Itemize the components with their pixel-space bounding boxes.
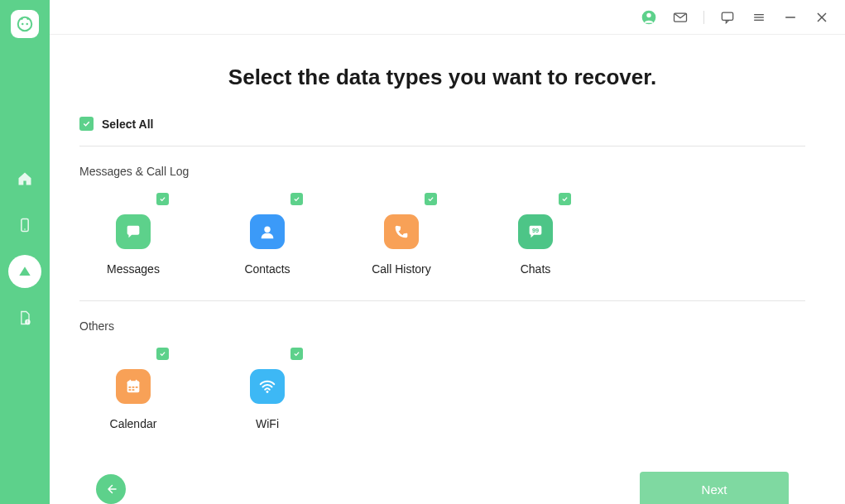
items-grid-messages: Messages Contacts Call History: [79, 193, 805, 301]
check-icon: [293, 350, 300, 358]
check-icon: [427, 195, 435, 203]
phone-device-icon: [17, 217, 33, 233]
data-type-call-history[interactable]: Call History: [356, 193, 447, 276]
calendar-icon: [116, 369, 151, 404]
drive-triangle-icon: [17, 263, 33, 280]
data-type-messages[interactable]: Messages: [88, 193, 179, 276]
svg-rect-23: [129, 386, 132, 388]
svg-rect-26: [129, 389, 132, 391]
minimize-button[interactable]: [782, 9, 799, 26]
file-alert-icon: !: [17, 310, 33, 326]
svg-point-10: [646, 12, 651, 17]
minimize-icon: [782, 9, 799, 26]
item-label: Chats: [521, 262, 551, 276]
wifi-icon: [250, 369, 285, 404]
svg-rect-27: [132, 389, 135, 391]
section-messages-calllog: Messages & Call Log Messages Contact: [79, 165, 805, 301]
item-label: Calendar: [110, 417, 157, 430]
top-bar-divider: [703, 11, 704, 24]
contacts-icon: [250, 214, 285, 249]
item-label: Messages: [107, 262, 160, 276]
select-all-checkbox[interactable]: [79, 117, 94, 131]
data-type-contacts[interactable]: Contacts: [222, 193, 313, 276]
messages-icon: [116, 214, 151, 249]
sidebar-nav-phone[interactable]: [8, 209, 41, 242]
next-button[interactable]: Next: [640, 472, 789, 504]
svg-point-4: [26, 23, 28, 26]
user-button[interactable]: [641, 9, 657, 26]
svg-rect-25: [136, 386, 138, 388]
item-checkbox[interactable]: [290, 193, 303, 205]
items-grid-others: Calendar WiFi: [79, 348, 805, 455]
svg-rect-12: [722, 12, 732, 20]
mail-button[interactable]: [672, 9, 689, 26]
content-area: Select the data types you want to recove…: [50, 35, 845, 504]
item-checkbox[interactable]: [156, 348, 169, 360]
sidebar-nav-home[interactable]: [8, 162, 41, 195]
check-icon: [82, 119, 91, 128]
check-icon: [159, 195, 166, 203]
select-all-label: Select All: [102, 118, 154, 131]
svg-text:!: !: [27, 319, 28, 324]
user-icon: [641, 9, 657, 26]
svg-point-19: [264, 227, 270, 233]
main-area: Select the data types you want to recove…: [50, 0, 845, 504]
item-checkbox[interactable]: [156, 193, 169, 205]
check-icon: [293, 195, 300, 203]
data-type-calendar[interactable]: Calendar: [88, 348, 179, 430]
page-title: Select the data types you want to recove…: [79, 65, 805, 90]
select-all-row[interactable]: Select All: [79, 117, 805, 146]
svg-point-3: [22, 23, 24, 26]
svg-point-6: [24, 228, 26, 230]
item-label: WiFi: [256, 417, 279, 430]
menu-icon: [751, 9, 767, 26]
svg-point-30: [266, 391, 269, 393]
mail-icon: [672, 9, 689, 26]
check-icon: [159, 350, 166, 358]
chat-icon: [719, 9, 736, 26]
call-history-icon: [384, 214, 419, 249]
item-checkbox[interactable]: [559, 193, 571, 205]
data-type-wifi[interactable]: WiFi: [222, 348, 313, 430]
footer: Next: [79, 455, 805, 504]
close-icon: [814, 9, 830, 26]
svg-point-0: [18, 17, 32, 31]
svg-point-2: [26, 17, 29, 20]
check-icon: [561, 195, 569, 203]
svg-rect-29: [136, 380, 137, 383]
item-label: Contacts: [244, 262, 290, 276]
sidebar: !: [0, 0, 50, 504]
svg-rect-22: [127, 382, 140, 385]
section-others: Others Calendar WiFi: [79, 319, 805, 455]
menu-button[interactable]: [751, 9, 767, 26]
chat-button[interactable]: [719, 9, 736, 26]
sidebar-nav-file-alert[interactable]: !: [8, 301, 41, 334]
arrow-left-icon: [103, 482, 118, 497]
svg-point-1: [21, 17, 23, 20]
data-type-chats[interactable]: 99 Chats: [490, 193, 581, 276]
top-bar: [50, 0, 845, 35]
logo-icon: [16, 15, 34, 33]
home-icon: [17, 170, 33, 187]
sidebar-nav-drive[interactable]: [8, 255, 41, 288]
item-checkbox[interactable]: [290, 348, 303, 360]
chats-icon: 99: [518, 214, 553, 249]
section-title: Messages & Call Log: [79, 165, 805, 178]
svg-rect-28: [129, 380, 131, 383]
back-button[interactable]: [96, 474, 126, 504]
item-checkbox[interactable]: [425, 193, 437, 205]
item-label: Call History: [372, 262, 431, 276]
section-title: Others: [79, 319, 805, 333]
svg-text:99: 99: [532, 227, 539, 234]
svg-rect-24: [132, 386, 135, 388]
close-button[interactable]: [814, 9, 830, 26]
app-logo: [11, 10, 39, 38]
